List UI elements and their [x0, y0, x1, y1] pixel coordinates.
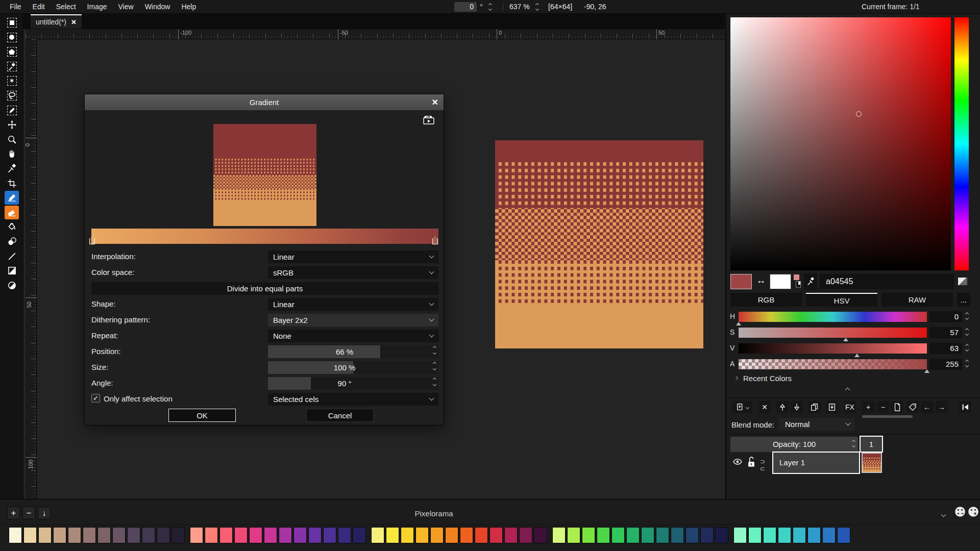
menu-view[interactable]: View [113, 0, 139, 14]
palette-swatch[interactable] [656, 527, 669, 543]
s-value[interactable]: 57 [929, 327, 962, 338]
tab-[interactable]: ... [957, 293, 970, 307]
palette-swatch[interactable] [778, 527, 791, 543]
edit-palette-icon[interactable] [954, 506, 966, 518]
tab-raw[interactable]: RAW [881, 293, 953, 307]
position-spinbox[interactable]: 66 % [268, 345, 438, 358]
menu-window[interactable]: Window [139, 0, 176, 14]
palette-swatch[interactable] [205, 527, 218, 543]
crop-tool[interactable] [5, 177, 19, 190]
palette-swatch[interactable] [127, 527, 140, 543]
palette-swatch[interactable] [748, 527, 762, 543]
picker-cursor[interactable] [856, 111, 862, 117]
canvas-area[interactable]: -100-50050 050100 Gradient ✕ Interpolati… [23, 29, 725, 499]
canvas-image[interactable] [495, 140, 703, 348]
v-spinner[interactable] [966, 344, 968, 351]
timeline-scrollbar[interactable] [862, 415, 913, 418]
palette-swatch[interactable] [249, 527, 262, 543]
color-select-tool[interactable] [5, 60, 19, 73]
palette-swatch[interactable] [338, 527, 351, 543]
palette-swatch[interactable] [793, 527, 806, 543]
palette-swatch[interactable] [353, 527, 366, 543]
menu-select[interactable]: Select [51, 0, 82, 14]
palette-swatch[interactable] [504, 527, 518, 543]
rotation-spinner[interactable] [489, 4, 492, 10]
swap-colors-icon[interactable]: ↔ [754, 275, 768, 288]
palette-swatch[interactable] [763, 527, 776, 543]
palette-swatch[interactable] [371, 527, 384, 543]
palette-swatch[interactable] [685, 527, 699, 543]
dialog-title-bar[interactable]: Gradient [85, 94, 444, 110]
palette-swatch[interactable] [700, 527, 714, 543]
line-tool[interactable] [5, 249, 19, 263]
palette-swatch[interactable] [567, 527, 580, 543]
palette-swatch[interactable] [219, 527, 233, 543]
palette-select-chevron-icon[interactable] [942, 510, 945, 518]
layer-thumbnail[interactable] [862, 453, 882, 473]
slider-marker[interactable] [854, 354, 860, 357]
tab-untitled[interactable]: untitled(*) ✕ [31, 14, 82, 29]
ellipse-select-tool[interactable] [5, 31, 19, 44]
size-spinner[interactable] [433, 362, 436, 370]
interpolation-dropdown[interactable]: Linear [268, 251, 438, 263]
palette-swatch[interactable] [822, 527, 836, 543]
angle-spinbox[interactable]: 90 ° [268, 377, 438, 390]
palette-swatch[interactable] [308, 527, 322, 543]
palette-swatch[interactable] [234, 527, 248, 543]
palette-swatch[interactable] [279, 527, 292, 543]
palette-swatch[interactable] [837, 527, 850, 543]
bucket-tool[interactable] [5, 220, 19, 234]
palette-swatch[interactable] [323, 527, 336, 543]
palette-swatch[interactable] [611, 527, 625, 543]
colorspace-dropdown[interactable]: sRGB [268, 266, 438, 279]
palette-swatch[interactable] [671, 527, 684, 543]
a-slider[interactable] [739, 359, 927, 369]
add-frame-button[interactable]: + [862, 401, 874, 413]
rectangle-select-tool[interactable] [5, 16, 19, 30]
palette-swatch[interactable] [9, 527, 22, 543]
dialog-close-icon[interactable]: ✕ [432, 97, 438, 107]
hue-strip[interactable] [954, 17, 969, 270]
palette-swatch[interactable] [552, 527, 566, 543]
move-frame-left-button[interactable]: ← [921, 401, 933, 413]
palette-swatch[interactable] [293, 527, 307, 543]
palette-swatch[interactable] [489, 527, 503, 543]
shape-dropdown[interactable]: Linear [268, 298, 438, 311]
zoom-spinner[interactable] [536, 4, 538, 10]
palette-swatch[interactable] [157, 527, 170, 543]
palette-swatch[interactable] [83, 527, 96, 543]
palette-swatch[interactable] [264, 527, 277, 543]
palette-swatch[interactable] [386, 527, 399, 543]
palette-swatch[interactable] [401, 527, 414, 543]
shading-tool[interactable] [5, 235, 19, 248]
collapse-panel-icon[interactable] [846, 385, 849, 393]
v-value[interactable]: 63 [929, 343, 962, 354]
remove-frame-button[interactable]: − [877, 401, 889, 413]
h-spinner[interactable] [966, 313, 968, 319]
delete-layer-button[interactable]: ✕ [758, 401, 771, 413]
palette-swatch[interactable] [415, 527, 429, 543]
slider-marker[interactable] [843, 338, 848, 341]
menu-edit[interactable]: Edit [27, 0, 51, 14]
new-layer-button[interactable] [732, 401, 752, 413]
h-value[interactable]: 0 [929, 311, 962, 322]
opacity-slider[interactable]: Opacity: 100 [730, 437, 858, 452]
ellipse-tool[interactable] [5, 279, 19, 292]
s-spinner[interactable] [966, 329, 968, 335]
menu-image[interactable]: Image [82, 0, 113, 14]
layer-fx-button[interactable]: FX [844, 401, 856, 413]
slider-marker[interactable] [924, 369, 929, 373]
palette-swatch[interactable] [142, 527, 155, 543]
palette-swatch[interactable] [460, 527, 473, 543]
frame-header-cell[interactable]: 1 [860, 436, 883, 453]
tag-frame-button[interactable] [906, 401, 919, 413]
palette-swatch[interactable] [626, 527, 640, 543]
paint-select-tool[interactable] [5, 104, 19, 117]
cancel-button[interactable]: Cancel [306, 409, 374, 422]
palette-swatch[interactable] [23, 527, 37, 543]
eyedropper-button[interactable] [804, 273, 817, 290]
v-slider[interactable] [739, 343, 927, 354]
move-frame-right-button[interactable]: → [936, 401, 948, 413]
palette-swatch[interactable] [430, 527, 444, 543]
copy-frame-button[interactable] [891, 401, 903, 413]
